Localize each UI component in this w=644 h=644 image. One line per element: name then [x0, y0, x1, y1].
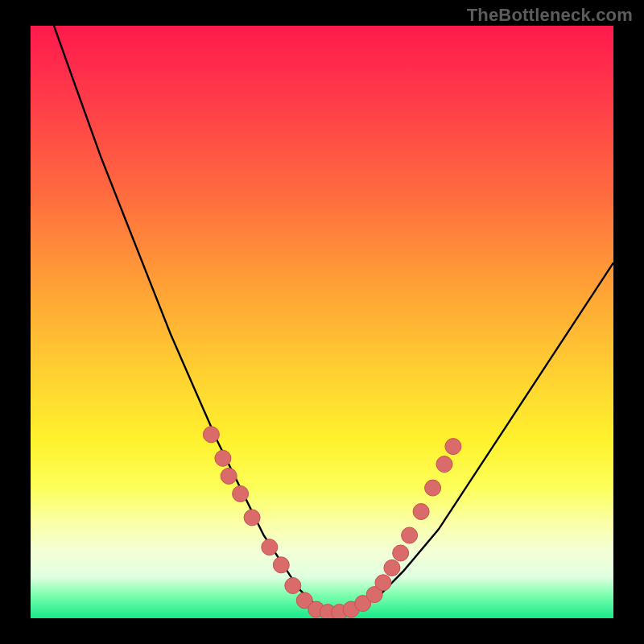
- marker-dot: [320, 605, 336, 618]
- marker-dot: [425, 480, 441, 496]
- marker-dot: [308, 601, 324, 617]
- marker-dot: [402, 527, 418, 543]
- watermark-text: TheBottleneck.com: [467, 5, 633, 26]
- marker-dot: [366, 587, 382, 603]
- curve-markers: [203, 427, 461, 618]
- marker-dot: [436, 456, 452, 473]
- marker-dot: [203, 427, 219, 443]
- marker-dot: [221, 468, 237, 484]
- marker-dot: [355, 596, 371, 612]
- marker-dot: [233, 485, 249, 502]
- marker-dot: [445, 439, 461, 455]
- bottleneck-curve: [54, 26, 613, 613]
- marker-dot: [273, 557, 289, 573]
- marker-dot: [215, 450, 231, 466]
- marker-dot: [343, 601, 359, 617]
- marker-dot: [285, 578, 301, 594]
- marker-dot: [393, 545, 409, 561]
- marker-dot: [375, 575, 391, 591]
- marker-dot: [262, 539, 278, 555]
- chart-frame: TheBottleneck.com: [0, 0, 644, 644]
- marker-dot: [413, 504, 429, 520]
- marker-dot: [244, 510, 260, 526]
- marker-dot: [384, 559, 400, 576]
- plot-area: [31, 26, 613, 618]
- marker-dot: [332, 605, 348, 618]
- curve-layer: [31, 26, 613, 618]
- marker-dot: [296, 592, 312, 609]
